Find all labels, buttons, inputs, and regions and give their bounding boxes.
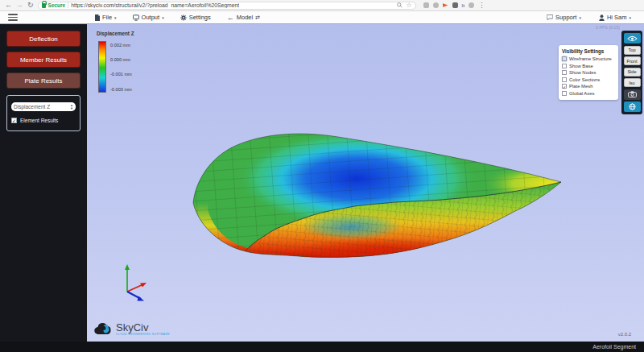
deflection-button[interactable]: Deflection: [6, 31, 80, 47]
visibility-option-wireframe[interactable]: Wireframe Structure: [562, 56, 615, 61]
visibility-toggle-button[interactable]: [624, 33, 641, 43]
element-results-option[interactable]: Element Results: [11, 118, 76, 123]
show-base-checkbox[interactable]: [562, 64, 567, 68]
displacement-legend: Displacement Z 0.002 mm 0.000 mm -0.001 …: [97, 31, 161, 40]
reload-icon[interactable]: ↻: [27, 2, 34, 9]
color-sections-checkbox[interactable]: [562, 77, 567, 82]
file-icon: [95, 14, 100, 21]
eye-icon: [627, 35, 638, 42]
extension-icon[interactable]: [443, 2, 448, 8]
bookmark-star-icon[interactable]: ☆: [406, 2, 411, 9]
support-label: Support: [555, 14, 576, 21]
show-nodes-checkbox[interactable]: [562, 70, 567, 75]
url-text: https://skyciv.com/structural/v2/?preloa…: [71, 2, 239, 8]
menu-settings[interactable]: Settings: [180, 14, 211, 22]
menu-model-label: Model: [237, 14, 253, 21]
plate-mesh-checkbox[interactable]: [562, 84, 567, 89]
legend-title: Displacement Z: [97, 31, 161, 36]
visibility-option-show-nodes[interactable]: Show Nodes: [562, 70, 615, 75]
forward-icon[interactable]: →: [16, 2, 23, 9]
app-menu-bar: File ▾ Output ▾ Settings ← Model ⇄ Suppo…: [0, 11, 644, 24]
extension-icon[interactable]: [469, 2, 474, 8]
user-label: Hi Sam: [607, 14, 627, 21]
menu-output[interactable]: Output ▾: [133, 14, 164, 22]
plate-results-button[interactable]: Plate Results: [6, 72, 80, 89]
render-button[interactable]: [624, 101, 641, 112]
view-toolbar: Top Front Side Iso: [621, 31, 642, 114]
view-iso-button[interactable]: Iso: [624, 78, 641, 87]
plate-result-options: Displacement Z ▲▼ Element Results: [6, 95, 80, 131]
browser-address-bar: ← → ↻ Secure https://skyciv.com/structur…: [0, 0, 644, 11]
monitor-icon: [133, 14, 139, 21]
screenshot-button[interactable]: [624, 89, 641, 100]
extension-icon[interactable]: [433, 2, 439, 8]
render-sphere-icon: [629, 103, 636, 110]
divider: [68, 2, 68, 8]
status-bar: Aerofoil Segment: [0, 342, 644, 352]
skyciv-cloud-icon: [93, 321, 114, 338]
visibility-option-plate-mesh[interactable]: Plate Mesh: [562, 84, 615, 89]
gear-icon: [180, 14, 187, 21]
legend-value: 0.000 mm: [110, 57, 130, 62]
chevron-down-icon: ▾: [162, 15, 164, 20]
chat-bubble-icon: [547, 14, 553, 20]
displacement-select[interactable]: Displacement Z ▲▼: [11, 102, 76, 111]
element-results-label: Element Results: [20, 118, 58, 123]
hamburger-menu-icon[interactable]: [8, 14, 18, 21]
view-front-button[interactable]: Front: [624, 56, 641, 65]
legend-value: -0.001 mm: [110, 72, 132, 77]
skyciv-logo: SkyCiv CLOUD ENGINEERING SOFTWARE: [93, 321, 170, 338]
extension-icon[interactable]: It: [462, 3, 465, 8]
select-stepper-icon: ▲▼: [70, 104, 73, 110]
logo-tagline: CLOUD ENGINEERING SOFTWARE: [116, 333, 170, 336]
back-icon[interactable]: ←: [5, 2, 12, 9]
extension-icon[interactable]: [423, 2, 429, 8]
camera-icon: [628, 91, 637, 97]
user-menu[interactable]: Hi Sam ▾: [599, 14, 631, 21]
model-name-label: Aerofoil Segment: [592, 344, 636, 350]
swap-icon: ⇄: [255, 14, 260, 21]
results-sidebar: Deflection Member Results Plate Results …: [0, 24, 87, 342]
menu-settings-label: Settings: [189, 14, 211, 21]
fps-counter: 0 FPS (0:15): [596, 25, 620, 30]
visibility-option-global-axes[interactable]: Global Axes: [562, 91, 615, 96]
global-axes-checkbox[interactable]: [562, 91, 567, 96]
view-side-button[interactable]: Side: [624, 68, 641, 77]
displacement-select-value: Displacement Z: [14, 104, 50, 110]
visibility-settings-panel: Visibility Settings Wireframe Structure …: [559, 45, 618, 100]
axes-triad: [111, 262, 153, 307]
browser-menu-icon[interactable]: ⋮: [478, 2, 485, 9]
view-top-button[interactable]: Top: [624, 46, 641, 55]
url-field[interactable]: Secure https://skyciv.com/structural/v2/…: [38, 2, 416, 10]
extension-icon[interactable]: [452, 2, 458, 8]
legend-color-scale: [98, 41, 106, 93]
search-icon[interactable]: [397, 2, 402, 8]
chevron-down-icon: ▾: [579, 15, 581, 20]
member-results-button[interactable]: Member Results: [6, 52, 80, 68]
chevron-down-icon: ▾: [629, 15, 631, 20]
browser-extensions: It ⋮: [423, 2, 485, 9]
version-label: v2.0.2: [618, 332, 631, 337]
logo-name: SkyCiv: [116, 322, 170, 333]
back-arrow-icon: ←: [227, 14, 234, 22]
menu-output-label: Output: [142, 14, 160, 21]
wireframe-checkbox[interactable]: [562, 56, 567, 61]
secure-label: Secure: [48, 2, 66, 8]
menu-file[interactable]: File ▾: [95, 14, 117, 22]
chevron-down-icon: ▾: [114, 15, 117, 20]
visibility-option-color-sections[interactable]: Color Sections: [562, 77, 615, 82]
element-results-checkbox[interactable]: [11, 118, 17, 123]
support-menu[interactable]: Support ▾: [547, 14, 581, 21]
visibility-settings-title: Visibility Settings: [562, 48, 615, 54]
legend-max-value: 0.002 mm: [110, 43, 130, 48]
model-viewport[interactable]: Displacement Z 0.002 mm 0.000 mm -0.001 …: [87, 24, 644, 342]
legend-min-value: -0.003 mm: [110, 87, 132, 92]
visibility-option-show-base[interactable]: Show Base: [562, 64, 615, 68]
user-icon: [599, 14, 605, 21]
lock-icon: [42, 3, 46, 8]
menu-file-label: File: [102, 14, 112, 21]
menu-model[interactable]: ← Model ⇄: [227, 14, 260, 22]
